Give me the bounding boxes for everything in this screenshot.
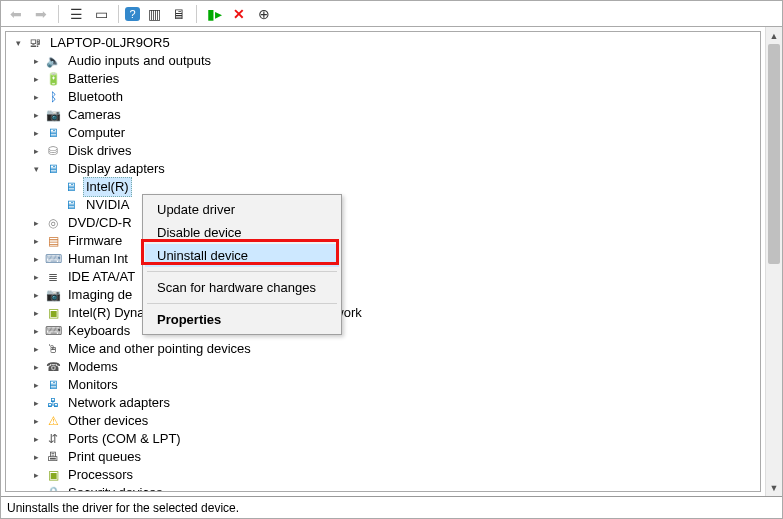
tree-category[interactable]: ▸▣Intel(R) Dynamic Platform and Thermal … — [6, 304, 760, 322]
tree-category[interactable]: ▸▤Firmware — [6, 232, 760, 250]
category-label: Disk drives — [65, 141, 135, 161]
menu-item[interactable]: Disable device — [145, 221, 339, 244]
expand-icon[interactable]: ▸ — [30, 394, 42, 412]
expand-icon[interactable]: ▸ — [30, 268, 42, 286]
expand-icon[interactable]: ▸ — [30, 124, 42, 142]
device-tree[interactable]: ▾ 🖳 LAPTOP-0LJR9OR5 ▸🔈Audio inputs and o… — [5, 31, 761, 492]
scroll-thumb[interactable] — [768, 44, 780, 264]
tree-category[interactable]: ▸📷Cameras — [6, 106, 760, 124]
menu-separator — [147, 271, 337, 272]
expand-icon[interactable]: ▸ — [30, 70, 42, 88]
show-hidden-button[interactable]: ▭ — [90, 4, 112, 24]
speaker-icon: 🔈 — [45, 53, 61, 69]
expand-icon[interactable]: ▸ — [30, 466, 42, 484]
expand-icon[interactable]: ▸ — [30, 106, 42, 124]
expand-icon[interactable]: ▸ — [30, 232, 42, 250]
scrollbar[interactable]: ▲ ▼ — [765, 27, 782, 496]
tree-category[interactable]: ▸≣IDE ATA/AT — [6, 268, 760, 286]
scan-button[interactable]: ▮▸ — [203, 4, 225, 24]
keyboard-icon: ⌨ — [45, 323, 61, 339]
tree-category[interactable]: ▸⌨Keyboards — [6, 322, 760, 340]
tree-category[interactable]: ▸🖶Print queues — [6, 448, 760, 466]
scroll-down-button[interactable]: ▼ — [766, 479, 782, 496]
menu-item[interactable]: Scan for hardware changes — [145, 276, 339, 299]
category-label: Imaging de — [65, 285, 135, 305]
expand-icon[interactable]: ▸ — [30, 88, 42, 106]
menu-separator — [147, 303, 337, 304]
tree-category[interactable]: ▸📷Imaging de — [6, 286, 760, 304]
update-button[interactable]: 🖥 — [168, 4, 190, 24]
expand-icon[interactable]: ▸ — [30, 376, 42, 394]
menu-item[interactable]: Uninstall device — [145, 244, 339, 267]
printer-icon: 🖶 — [45, 449, 61, 465]
category-label: Other devices — [65, 411, 151, 431]
expand-icon[interactable]: ▸ — [30, 448, 42, 466]
down-arrow-button[interactable]: ⊕ — [253, 4, 275, 24]
expand-icon[interactable]: ▸ — [30, 412, 42, 430]
tree-category[interactable]: ▸🖧Network adapters — [6, 394, 760, 412]
tree-category[interactable]: ▸⛁Disk drives — [6, 142, 760, 160]
tree-category[interactable]: ▸🖱Mice and other pointing devices — [6, 340, 760, 358]
expand-icon[interactable]: ▸ — [30, 322, 42, 340]
camera-icon: 📷 — [45, 107, 61, 123]
tree-root[interactable]: ▾ 🖳 LAPTOP-0LJR9OR5 — [6, 34, 760, 52]
other-icon: ⚠ — [45, 413, 61, 429]
tree-category[interactable]: ▸🔒Security devices — [6, 484, 760, 492]
expand-icon[interactable]: ▸ — [30, 52, 42, 70]
uninstall-button[interactable]: ✕ — [228, 4, 250, 24]
tree-category[interactable]: ▸ᛒBluetooth — [6, 88, 760, 106]
root-label: LAPTOP-0LJR9OR5 — [47, 33, 173, 53]
expand-icon[interactable]: ▸ — [30, 340, 42, 358]
tree-device[interactable]: 🖥NVIDIA — [6, 196, 760, 214]
tree-category[interactable]: ▸☎Modems — [6, 358, 760, 376]
tree-category[interactable]: ▸⌨Human Int — [6, 250, 760, 268]
properties-button[interactable]: ▥ — [143, 4, 165, 24]
display-icon: 🖥 — [45, 161, 61, 177]
tree-category[interactable]: ▸◎DVD/CD-R — [6, 214, 760, 232]
imaging-icon: 📷 — [45, 287, 61, 303]
help-button[interactable]: ? — [125, 7, 140, 21]
expand-icon[interactable]: ▸ — [30, 250, 42, 268]
view-button[interactable]: ☰ — [65, 4, 87, 24]
back-button[interactable]: ⬅ — [5, 4, 27, 24]
ide-icon: ≣ — [45, 269, 61, 285]
tree-category[interactable]: ▸🖥Computer — [6, 124, 760, 142]
tree-category[interactable]: ▸⇵Ports (COM & LPT) — [6, 430, 760, 448]
category-label: Security devices — [65, 483, 166, 492]
toolbar-sep — [58, 5, 59, 23]
tree-category[interactable]: ▸🔈Audio inputs and outputs — [6, 52, 760, 70]
toolbar-sep — [196, 5, 197, 23]
category-label: Modems — [65, 357, 121, 377]
collapse-icon[interactable]: ▾ — [30, 160, 42, 178]
tree-device[interactable]: 🖥Intel(R) — [6, 178, 760, 196]
cpu-icon: ▣ — [45, 467, 61, 483]
category-label: Mice and other pointing devices — [65, 339, 254, 359]
expand-icon[interactable]: ▸ — [30, 358, 42, 376]
bluetooth-icon: ᛒ — [45, 89, 61, 105]
menu-item[interactable]: Properties — [145, 308, 339, 331]
context-menu[interactable]: Update driverDisable deviceUninstall dev… — [142, 194, 342, 335]
expand-icon[interactable]: ▸ — [30, 304, 42, 322]
forward-button[interactable]: ➡ — [30, 4, 52, 24]
category-label: Computer — [65, 123, 128, 143]
expand-icon[interactable]: ▸ — [30, 430, 42, 448]
status-text: Uninstalls the driver for the selected d… — [7, 501, 239, 515]
menu-item[interactable]: Update driver — [145, 198, 339, 221]
scroll-up-button[interactable]: ▲ — [766, 27, 782, 44]
tree-category[interactable]: ▸⚠Other devices — [6, 412, 760, 430]
gpu-icon: 🖥 — [63, 197, 79, 213]
category-label: Human Int — [65, 249, 131, 269]
tree-category[interactable]: ▾🖥Display adapters — [6, 160, 760, 178]
category-label: Firmware — [65, 231, 125, 251]
tree-category[interactable]: ▸🔋Batteries — [6, 70, 760, 88]
collapse-icon[interactable]: ▾ — [12, 34, 24, 52]
expand-icon[interactable]: ▸ — [30, 286, 42, 304]
tree-category[interactable]: ▸🖥Monitors — [6, 376, 760, 394]
category-label: Audio inputs and outputs — [65, 51, 214, 71]
expand-icon[interactable]: ▸ — [30, 142, 42, 160]
category-label: Monitors — [65, 375, 121, 395]
expand-icon[interactable]: ▸ — [30, 484, 42, 492]
tree-category[interactable]: ▸▣Processors — [6, 466, 760, 484]
expand-icon[interactable]: ▸ — [30, 214, 42, 232]
port-icon: ⇵ — [45, 431, 61, 447]
